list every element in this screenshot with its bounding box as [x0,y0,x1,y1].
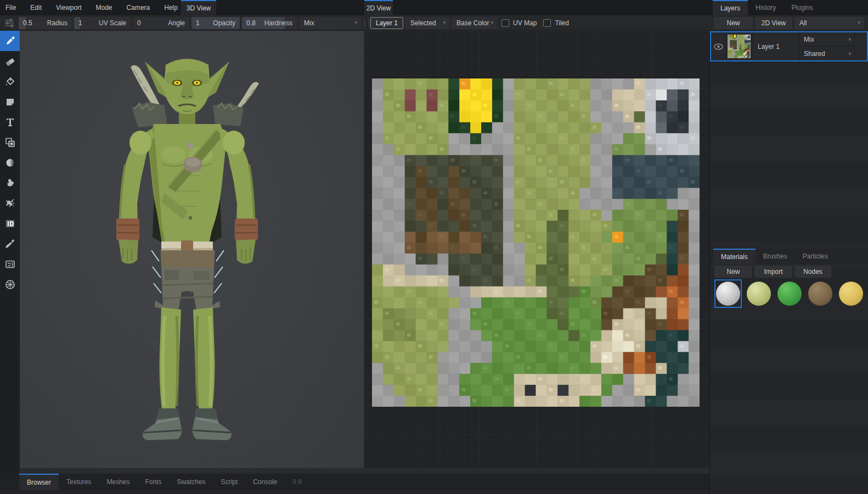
decal-tool[interactable] [0,92,20,112]
layer-filter-all-dropdown[interactable]: All ▾ [794,17,864,29]
chevron-down-icon: ▾ [354,20,357,25]
blend-mode-value: Mix [304,19,314,27]
picker-tool[interactable] [0,234,20,254]
tab-swatches[interactable]: Swatches [169,474,213,490]
blur-tool[interactable] [0,153,20,173]
radius-label: Radius [47,19,67,27]
layer-blend-dropdown[interactable]: Mix ▾ [799,32,854,47]
material-sphere [808,282,832,306]
uv-map-label: UV Map [513,19,537,27]
material-tool[interactable] [0,274,20,295]
clone-icon [5,137,15,148]
tiled-label: Tiled [555,19,569,27]
tab-fonts-label: Fonts [145,478,161,486]
chevron-down-icon: ▾ [443,20,446,25]
import-material-button[interactable]: Import [754,266,792,278]
material-sphere [777,282,802,306]
hardness-label: Hardness [264,19,292,27]
bake-tool[interactable] [0,254,20,274]
menu-edit[interactable]: Edit [30,4,42,12]
particle-tool[interactable] [0,193,20,214]
layer-filter-dropdown[interactable]: Selected ▾ [405,17,449,29]
tab-materials-label: Materials [721,253,748,261]
tab-plugins[interactable]: Plugins [784,0,820,15]
tab-browser[interactable]: Browser [19,474,59,490]
angle-label: Angle [168,19,185,27]
menu-camera[interactable]: Camera [127,4,150,12]
chevron-down-icon: ▾ [491,20,494,25]
menu-viewport[interactable]: Viewport [56,4,81,12]
eraser-icon [5,56,15,66]
hardness-value: 0.8 [246,19,256,27]
uv-texture-map[interactable] [372,78,700,407]
2d-view-button-label: 2D View [762,19,786,27]
material-swatch-sand[interactable] [837,279,865,308]
tab-particles[interactable]: Particles [795,249,836,264]
tab-fonts[interactable]: Fonts [137,474,169,490]
decal-icon [5,97,15,107]
chevron-down-icon: ▾ [848,37,851,42]
layer-name[interactable]: Layer 1 [752,32,799,60]
opacity-slider[interactable]: 1 Opacity [191,17,240,29]
uv-scale-slider[interactable]: 1 UV Scale [74,17,131,29]
sliders-icon [0,19,19,27]
angle-slider[interactable]: 0 Angle [133,17,189,29]
nodes-button[interactable]: Nodes [794,266,831,278]
chevron-down-icon: ▾ [858,20,860,25]
material-sphere [747,282,771,306]
tab-layers[interactable]: Layers [713,0,748,15]
version-label: 0.9 [292,478,302,486]
colorid-tool[interactable] [0,214,20,234]
tab-brushes[interactable]: Brushes [756,249,795,264]
tiled-checkbox[interactable] [543,19,551,27]
tab-textures[interactable]: Textures [59,474,99,490]
layer-blend-value: Mix [804,36,814,43]
layer-object-dropdown[interactable]: Shared ▾ [799,47,854,60]
layer-row[interactable]: Layer 1 Mix ▾ Shared ▾ [710,31,868,61]
3d-viewport[interactable] [20,31,364,468]
material-swatch-green[interactable] [776,279,803,308]
clone-tool[interactable] [0,132,20,153]
tab-layers-label: Layers [720,4,740,12]
2d-view-panel[interactable] [364,31,709,494]
2d-view-button[interactable]: 2D View [755,17,792,29]
material-swatch-brown[interactable] [807,279,834,308]
new-layer-button[interactable]: New [714,17,753,29]
tab-console[interactable]: Console [245,474,285,490]
tab-materials[interactable]: Materials [713,249,756,264]
bottom-edge [0,490,709,494]
menu-mode[interactable]: Mode [96,4,112,12]
uv-map-checkbox[interactable] [501,19,509,27]
new-material-button[interactable]: New [714,266,752,278]
text-tool[interactable] [0,112,20,132]
new-layer-label: New [726,19,740,27]
brush-tool[interactable] [0,31,20,51]
tab-history[interactable]: History [748,0,784,15]
menu-file[interactable]: File [5,4,16,12]
tab-2d-view[interactable]: 2D View [364,0,393,15]
hardness-slider[interactable]: 0.8 Hardness [242,17,297,29]
current-layer-button[interactable]: Layer 1 [370,17,403,29]
eraser-tool[interactable] [0,51,20,71]
tab-textures-label: Textures [66,478,91,486]
layer-thumbnail[interactable] [726,32,752,60]
bake-machine-icon [5,259,15,270]
layer-visibility-toggle[interactable] [711,32,726,60]
material-swatch-white[interactable] [714,279,742,308]
panel-resize-handle[interactable] [364,19,369,27]
material-swatches [710,279,868,308]
tab-3d-view[interactable]: 3D View [181,0,216,15]
material-swatch-lichen[interactable] [745,279,773,308]
angle-value: 0 [137,19,141,27]
menu-help[interactable]: Help [164,4,178,12]
tab-meshes[interactable]: Meshes [99,474,137,490]
material-sphere [839,282,863,306]
smudge-tool[interactable] [0,173,20,193]
radius-slider[interactable]: 0.5 Radius [19,17,72,29]
2d-view-toolbar: Layer 1 Selected ▾ Base Color ▾ UV Map T… [364,15,709,31]
blend-mode-dropdown[interactable]: Mix ▾ [299,17,361,29]
channel-dropdown[interactable]: Base Color ▾ [452,17,497,29]
fill-tool[interactable] [0,71,20,92]
smudge-hand-icon [5,178,15,188]
tab-script[interactable]: Script [213,474,245,490]
